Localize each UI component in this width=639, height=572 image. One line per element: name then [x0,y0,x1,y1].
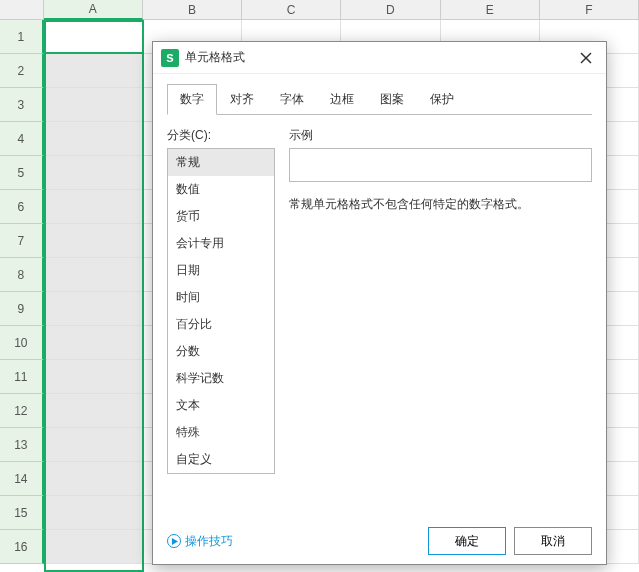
category-item[interactable]: 会计专用 [168,230,274,257]
column-header-b[interactable]: B [143,0,242,20]
cell[interactable] [44,190,143,224]
row-header[interactable]: 13 [0,428,44,462]
cell[interactable] [44,462,143,496]
tab-边框[interactable]: 边框 [317,84,367,115]
row-header[interactable]: 3 [0,88,44,122]
cell[interactable] [44,54,143,88]
column-header-c[interactable]: C [242,0,341,20]
column-headers-row: A B C D E F [0,0,639,20]
row-header[interactable]: 16 [0,530,44,564]
cell[interactable] [44,496,143,530]
column-header-f[interactable]: F [540,0,639,20]
category-item[interactable]: 日期 [168,257,274,284]
column-header-e[interactable]: E [441,0,540,20]
row-header[interactable]: 6 [0,190,44,224]
category-label: 分类(C): [167,127,275,144]
category-item[interactable]: 常规 [168,149,274,176]
row-header[interactable]: 5 [0,156,44,190]
tabs: 数字对齐字体边框图案保护 [153,74,606,115]
category-item[interactable]: 科学记数 [168,365,274,392]
cell[interactable] [44,88,143,122]
cancel-button[interactable]: 取消 [514,527,592,555]
cell[interactable] [44,292,143,326]
cell[interactable] [44,122,143,156]
cell[interactable] [44,156,143,190]
cell[interactable] [44,20,143,54]
tab-图案[interactable]: 图案 [367,84,417,115]
tab-数字[interactable]: 数字 [167,84,217,115]
cell[interactable] [44,224,143,258]
dialog-titlebar: S 单元格格式 [153,42,606,74]
svg-marker-2 [171,538,177,545]
detail-panel: 示例 常规单元格格式不包含任何特定的数字格式。 [289,127,592,510]
cell[interactable] [44,530,143,564]
tips-label: 操作技巧 [185,533,233,550]
dialog-title: 单元格格式 [185,49,574,66]
row-header[interactable]: 7 [0,224,44,258]
row-header[interactable]: 10 [0,326,44,360]
category-item[interactable]: 货币 [168,203,274,230]
tab-保护[interactable]: 保护 [417,84,467,115]
category-item[interactable]: 数值 [168,176,274,203]
column-header-d[interactable]: D [341,0,440,20]
row-header[interactable]: 11 [0,360,44,394]
row-header[interactable]: 1 [0,20,44,54]
dialog-content: 分类(C): 常规数值货币会计专用日期时间百分比分数科学记数文本特殊自定义 示例… [153,115,606,518]
row-header[interactable]: 15 [0,496,44,530]
cell[interactable] [44,428,143,462]
row-header[interactable]: 4 [0,122,44,156]
category-item[interactable]: 百分比 [168,311,274,338]
category-item[interactable]: 文本 [168,392,274,419]
tips-link[interactable]: 操作技巧 [167,533,233,550]
cell[interactable] [44,394,143,428]
row-header[interactable]: 8 [0,258,44,292]
category-item[interactable]: 时间 [168,284,274,311]
category-item[interactable]: 特殊 [168,419,274,446]
example-box [289,148,592,182]
cell[interactable] [44,258,143,292]
category-item[interactable]: 自定义 [168,446,274,473]
cell[interactable] [44,326,143,360]
tab-字体[interactable]: 字体 [267,84,317,115]
select-all-corner[interactable] [0,0,44,20]
column-header-a[interactable]: A [44,0,143,20]
category-panel: 分类(C): 常规数值货币会计专用日期时间百分比分数科学记数文本特殊自定义 [167,127,275,510]
row-header[interactable]: 14 [0,462,44,496]
example-label: 示例 [289,127,592,144]
row-header[interactable]: 9 [0,292,44,326]
row-header[interactable]: 12 [0,394,44,428]
close-button[interactable] [574,46,598,70]
close-icon [580,52,592,64]
cell[interactable] [44,360,143,394]
format-description: 常规单元格格式不包含任何特定的数字格式。 [289,196,592,213]
tab-对齐[interactable]: 对齐 [217,84,267,115]
play-icon [167,534,181,548]
app-icon: S [161,49,179,67]
category-list[interactable]: 常规数值货币会计专用日期时间百分比分数科学记数文本特殊自定义 [167,148,275,474]
ok-button[interactable]: 确定 [428,527,506,555]
dialog-footer: 操作技巧 确定 取消 [153,518,606,564]
category-item[interactable]: 分数 [168,338,274,365]
cell-format-dialog: S 单元格格式 数字对齐字体边框图案保护 分类(C): 常规数值货币会计专用日期… [152,41,607,565]
row-header[interactable]: 2 [0,54,44,88]
